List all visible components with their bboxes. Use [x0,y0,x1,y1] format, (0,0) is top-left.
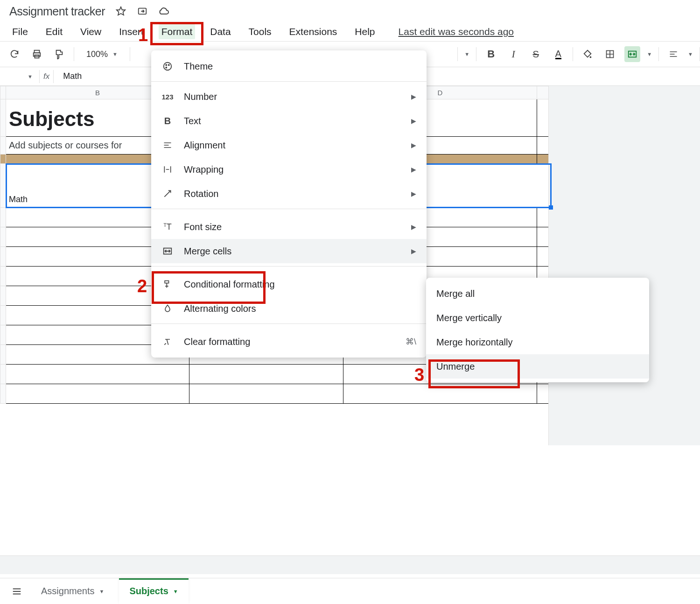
menu-item-label: Alignment [184,140,225,151]
bold-icon: B [161,116,174,126]
menu-item-label: Theme [184,61,213,72]
move-icon[interactable] [137,6,148,17]
row-header[interactable] [0,286,6,306]
separator [658,47,659,61]
menu-item-clear-formatting[interactable]: Clear formatting ⌘\ [151,330,427,354]
cell[interactable] [189,365,343,384]
zoom-select[interactable]: 100% ▼ [81,49,123,59]
chevron-down-icon[interactable]: ▼ [464,51,469,57]
last-edit-link[interactable]: Last edit was seconds ago [399,26,514,37]
align-icon[interactable] [665,46,681,62]
row-header[interactable] [0,267,6,286]
bold-icon[interactable]: B [483,46,499,62]
svg-point-8 [164,63,172,70]
strikethrough-icon[interactable]: S [528,46,544,62]
menu-help[interactable]: Help [352,24,378,39]
menu-item-text[interactable]: B Text ▶ [151,109,427,133]
svg-point-9 [166,64,167,65]
row-header[interactable] [0,227,6,247]
menu-data[interactable]: Data [207,24,233,39]
menu-file[interactable]: File [9,24,31,39]
merge-cells-icon[interactable] [624,46,640,62]
conditional-icon [161,280,174,289]
tab-subjects[interactable]: Subjects ▼ [119,578,188,604]
menu-item-number[interactable]: 123 Number ▶ [151,84,427,109]
chevron-down-icon[interactable]: ▼ [647,51,652,57]
separator [573,47,573,61]
menu-item-merge-all[interactable]: Merge all [426,281,649,306]
cell[interactable] [189,384,343,404]
formula-value[interactable]: Math [60,71,82,81]
menu-item-merge-horizontally[interactable]: Merge horizontally [426,330,649,354]
name-box[interactable]: ▼ [5,74,33,79]
add-sheet-icon[interactable] [7,582,26,601]
row-header[interactable] [0,325,6,345]
menu-item-theme[interactable]: Theme [151,54,427,78]
menu-item-font-size[interactable]: TT Font size ▶ [151,215,427,239]
font-size-icon: TT [161,222,174,232]
shortcut-label: ⌘\ [406,337,416,347]
row-header[interactable] [0,208,6,227]
title-bar: Assignment tracker [0,0,700,22]
droplet-icon [161,304,174,313]
chevron-right-icon: ▶ [411,247,416,255]
separator [151,266,427,267]
chevron-down-icon: ▼ [99,589,105,594]
tab-assignments[interactable]: Assignments ▼ [31,578,114,604]
cell[interactable] [6,384,189,404]
document-title[interactable]: Assignment tracker [9,5,105,18]
row-header[interactable] [0,155,6,164]
menu-extensions[interactable]: Extensions [287,24,340,39]
row-header[interactable] [0,247,6,267]
text-color-icon[interactable]: A [550,46,566,62]
tab-label: Assignments [41,586,95,597]
row-header[interactable] [0,365,6,384]
cell[interactable] [343,384,537,404]
row-header[interactable] [0,345,6,365]
menu-item-alignment[interactable]: Alignment ▶ [151,133,427,157]
format-menu[interactable]: Theme 123 Number ▶ B Text ▶ Alignment ▶ … [151,50,427,358]
chevron-right-icon: ▶ [411,117,416,125]
menu-item-merge-vertically[interactable]: Merge vertically [426,306,649,330]
corner-cell[interactable] [0,86,6,99]
fx-icon: fx [39,70,54,83]
menu-item-alternating[interactable]: Alternating colors [151,296,427,321]
cell[interactable] [6,365,189,384]
row-header[interactable] [0,99,6,137]
menu-item-rotation[interactable]: Rotation ▶ [151,182,427,206]
cloud-icon[interactable] [158,6,169,17]
menu-item-label: Merge all [436,288,475,299]
menu-item-label: Font size [184,222,222,232]
row-header[interactable] [0,164,6,208]
row-header[interactable] [0,306,6,325]
menu-item-conditional[interactable]: Conditional formatting [151,272,427,296]
menu-tools[interactable]: Tools [246,24,274,39]
menu-item-label: Clear formatting [184,337,250,347]
menu-item-unmerge[interactable]: Unmerge [426,354,649,379]
menu-item-merge-cells[interactable]: Merge cells ▶ [151,239,427,263]
fill-color-icon[interactable] [580,46,595,62]
tab-label: Subjects [129,586,168,597]
menu-item-label: Alternating colors [184,303,256,314]
paint-format-icon[interactable] [51,46,67,62]
chevron-right-icon: ▶ [411,190,416,197]
star-icon[interactable] [115,6,126,17]
chevron-down-icon[interactable]: ▼ [688,51,693,57]
borders-icon[interactable] [602,46,618,62]
redo-icon[interactable] [7,46,22,62]
italic-icon[interactable]: I [505,46,521,62]
svg-marker-0 [117,7,125,15]
menu-view[interactable]: View [77,24,104,39]
menu-item-wrapping[interactable]: Wrapping ▶ [151,157,427,182]
menu-bar: File Edit View Insert Format Data Tools … [0,22,700,41]
row-header[interactable] [0,384,6,404]
chevron-right-icon: ▶ [411,93,416,100]
sheet-tabs: Assignments ▼ Subjects ▼ [0,578,700,604]
menu-edit[interactable]: Edit [43,24,65,39]
svg-point-10 [168,64,169,65]
row-header[interactable] [0,137,6,155]
merge-submenu[interactable]: Merge all Merge vertically Merge horizon… [426,278,649,382]
menu-format[interactable]: Format [159,24,196,39]
annotation-number-2: 2 [137,276,147,296]
print-icon[interactable] [29,46,45,62]
